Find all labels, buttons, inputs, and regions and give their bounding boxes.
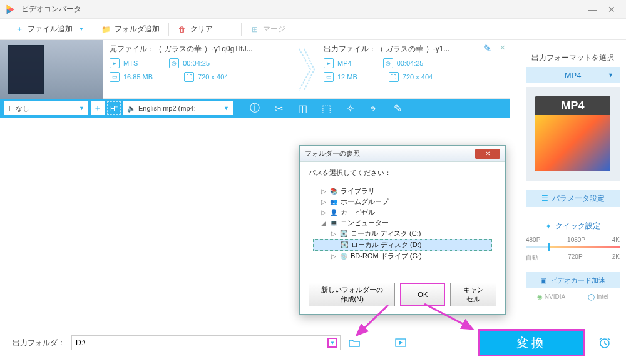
- format-card[interactable]: MP4: [526, 87, 620, 181]
- remove-file-button[interactable]: ×: [500, 43, 505, 53]
- add-folder-button[interactable]: 📁 フォルダ追加: [93, 19, 168, 39]
- tree-item[interactable]: ▷📚ライブラリ: [313, 186, 492, 196]
- output-panel: ✎ × 出力ファイル：（ ガラスの華 ）-y1... ▸MP4 ◷00:04:2…: [317, 40, 510, 98]
- lib-icon: 📚: [329, 188, 338, 195]
- convert-label: 変換: [516, 335, 546, 351]
- format-art-icon: [535, 115, 610, 171]
- chevron-down-icon: ▼: [223, 105, 229, 111]
- format-value: MP4: [565, 71, 582, 80]
- dialog-message: パスを選択してください：: [309, 168, 496, 178]
- dialog-title: フォルダーの参照: [305, 149, 360, 158]
- tree-item[interactable]: ▷💽ローカル ディスク (C:): [313, 228, 492, 239]
- add-file-label: ファイル追加: [28, 24, 73, 34]
- rotate-button[interactable]: ⬚: [316, 99, 337, 118]
- expand-icon[interactable]: ▷: [321, 198, 327, 206]
- add-subtitle-button[interactable]: ＋: [91, 101, 105, 115]
- expand-icon[interactable]: ◢: [321, 220, 327, 227]
- edit-button[interactable]: ✎: [387, 99, 408, 118]
- expand-icon[interactable]: ▷: [321, 209, 327, 216]
- close-button[interactable]: ✕: [602, 3, 621, 16]
- schedule-button[interactable]: [596, 336, 613, 350]
- path-dropdown-button[interactable]: ▼: [327, 338, 337, 348]
- tree-item-label: ホームグループ: [341, 197, 389, 206]
- expand-icon[interactable]: ▷: [321, 188, 327, 195]
- titlebar: ビデオコンバータ — ✕: [0, 0, 626, 19]
- source-title: 元ファイル：（ ガラスの華 ）-y1q0gTltJ...: [110, 44, 290, 54]
- file-row: 元ファイル：（ ガラスの華 ）-y1q0gTltJ... ▸MTS ◷00:04…: [0, 40, 510, 99]
- add-file-button[interactable]: ＋ ファイル追加 ▼: [6, 19, 93, 39]
- tree-item[interactable]: ◢💻コンピューター: [313, 218, 492, 228]
- tree-item[interactable]: ▷👤カ ビゼル: [313, 207, 492, 218]
- tree-item[interactable]: 💽ローカル ディスク (D:): [313, 239, 492, 251]
- nvidia-logo: ◉ NVIDIA: [537, 293, 565, 300]
- open-output-button[interactable]: [393, 335, 408, 350]
- watermark-button[interactable]: உ: [363, 99, 384, 118]
- gpu-logos: ◉ NVIDIA ◯ Intel: [526, 293, 620, 300]
- tree-item-label: BD-ROM ドライブ (G:): [351, 251, 422, 261]
- dialog-ok-button[interactable]: OK: [400, 283, 445, 306]
- tree-item-label: ライブラリ: [341, 186, 375, 196]
- expand-icon[interactable]: ▷: [331, 230, 337, 238]
- source-duration: ◷00:04:25: [169, 58, 210, 68]
- clear-label: クリア: [190, 24, 213, 34]
- tree-item-label: コンピューター: [341, 218, 389, 228]
- parameter-settings-button[interactable]: ☰ パラメータ設定: [526, 190, 620, 207]
- audio-track-value: English mp2 (mp4:: [138, 104, 196, 112]
- crop-button[interactable]: ◫: [292, 99, 313, 118]
- param-label: パラメータ設定: [552, 193, 605, 204]
- merge-icon: ⊞: [250, 25, 259, 34]
- cd-icon: 💿: [339, 253, 348, 260]
- plus-icon: ＋: [15, 25, 24, 34]
- expand-icon[interactable]: ▷: [331, 253, 337, 260]
- new-folder-button[interactable]: 新しいフォルダーの作成(N): [309, 283, 395, 306]
- browse-folder-dialog: フォルダーの参照 ✕ パスを選択してください： ▷📚ライブラリ▷👥ホームグループ…: [299, 145, 506, 315]
- convert-button[interactable]: 変換: [478, 329, 585, 356]
- folder-tree[interactable]: ▷📚ライブラリ▷👥ホームグループ▷👤カ ビゼル◢💻コンピューター▷💽ローカル デ…: [309, 183, 496, 270]
- trim-button[interactable]: ✂: [268, 99, 289, 118]
- clear-button[interactable]: 🗑 クリア: [169, 19, 222, 39]
- minimize-button[interactable]: —: [583, 3, 602, 16]
- info-button[interactable]: ⓘ: [244, 99, 265, 118]
- dialog-close-button[interactable]: ✕: [475, 149, 500, 159]
- dialog-cancel-button[interactable]: キャンセル: [450, 283, 496, 306]
- quality-slider[interactable]: [526, 246, 620, 248]
- format-dropdown[interactable]: MP4 ▼: [526, 67, 620, 83]
- preset-480p: 480P: [526, 236, 540, 243]
- resolution-icon: ⛶: [389, 72, 399, 82]
- output-path-input[interactable]: D:\ ▼: [71, 335, 341, 350]
- preset-720p: 720P: [568, 253, 582, 262]
- tree-item[interactable]: ▷💿BD-ROM ドライブ (G:): [313, 251, 492, 261]
- output-format: ▸MP4: [324, 58, 352, 68]
- dialog-titlebar[interactable]: フォルダーの参照 ✕: [300, 146, 505, 162]
- expand-icon[interactable]: [331, 241, 337, 249]
- preset-1080p: 1080P: [567, 236, 585, 243]
- gpu-accel-button[interactable]: ▣ ビデオカード加速: [526, 272, 620, 288]
- folder-icon: ▭: [110, 72, 120, 82]
- audio-track-dropdown[interactable]: 🔈 English mp2 (mp4: ▼: [123, 101, 233, 115]
- app-logo-icon: [5, 4, 16, 15]
- hardcode-toggle[interactable]: H": [107, 101, 121, 115]
- tree-item[interactable]: ▷👥ホームグループ: [313, 196, 492, 207]
- subtitle-value: なし: [16, 104, 79, 113]
- video-thumbnail[interactable]: [0, 40, 103, 99]
- chevron-down-icon: ▼: [608, 72, 613, 78]
- tree-item-label: カ ビゼル: [341, 208, 375, 217]
- preset-4k: 4K: [612, 236, 620, 243]
- source-resolution: ⛶720 x 404: [184, 72, 228, 82]
- source-format: ▸MTS: [110, 58, 138, 68]
- format-icon: ▸: [324, 58, 334, 68]
- pc-icon: 💻: [329, 220, 338, 227]
- slider-thumb[interactable]: [548, 243, 550, 251]
- edit-output-button[interactable]: ✎: [483, 43, 491, 54]
- format-icon: ▸: [110, 58, 120, 68]
- window-title: ビデオコンバータ: [21, 4, 583, 14]
- sliders-icon: ☰: [541, 194, 548, 203]
- subtitle-dropdown[interactable]: T なし ▼: [4, 101, 88, 115]
- browse-folder-button[interactable]: [347, 335, 362, 350]
- effect-button[interactable]: ✧: [339, 99, 361, 118]
- merge-button[interactable]: ⊞ マージ: [242, 19, 294, 39]
- preset-2k: 2K: [612, 253, 620, 262]
- output-folder-label: 出力フォルダ：: [13, 338, 65, 348]
- add-folder-label: フォルダ追加: [115, 24, 160, 34]
- output-size: ▭12 MB: [324, 72, 357, 82]
